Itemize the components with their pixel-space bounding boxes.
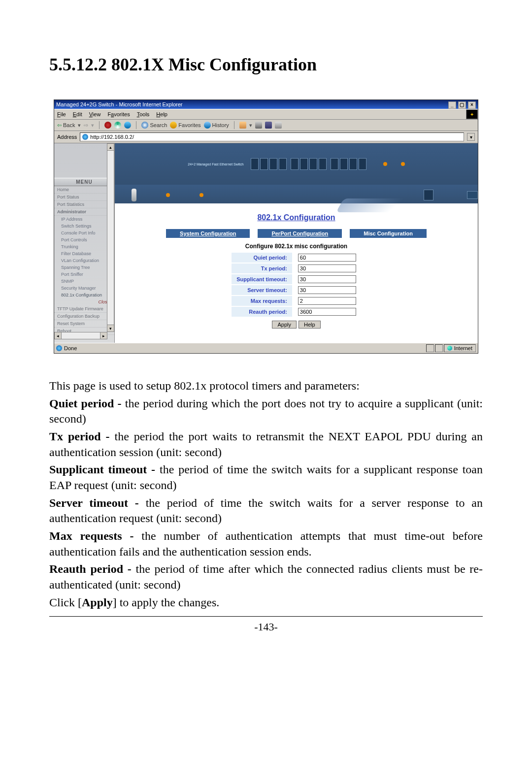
search-button[interactable]: Search [141, 122, 167, 129]
footer-rule [49, 616, 483, 617]
status-zone: Internet [444, 344, 476, 352]
scrollbar-horizontal[interactable] [61, 332, 100, 339]
module-icon [467, 191, 478, 199]
scrollbar-vertical[interactable] [107, 150, 114, 332]
browser-window: Managed 24+2G Switch - Microsoft Interne… [54, 99, 478, 354]
device-banner-lower [115, 185, 478, 203]
tab-system[interactable]: System Configuration [166, 229, 250, 238]
sidebar-sub-switch[interactable]: Switch Settings [54, 223, 114, 230]
back-button[interactable]: ⇦ Back [57, 122, 75, 129]
address-input[interactable]: http://192.168.0.2/ [80, 132, 464, 141]
discuss-icon[interactable] [275, 122, 282, 129]
address-dropdown[interactable]: ▾ [467, 133, 475, 141]
sidebar-sub-vlan[interactable]: VLan Configuration [54, 257, 114, 264]
close-button[interactable]: × [468, 101, 476, 109]
sidebar-item-port-status[interactable]: Port Status [54, 194, 114, 201]
menu-edit[interactable]: Edit [73, 111, 82, 117]
led-icon [166, 193, 170, 197]
scroll-up-icon[interactable]: ▴ [107, 143, 114, 151]
history-button[interactable]: History [204, 122, 229, 129]
sidebar-close[interactable]: Close* [54, 298, 114, 305]
menu-view[interactable]: View [89, 111, 101, 117]
menu-file[interactable]: File [57, 111, 66, 117]
led-icon [200, 193, 203, 197]
input-serv[interactable] [298, 286, 356, 294]
favorites-button[interactable]: Favorites [170, 122, 200, 129]
menu-help[interactable]: Help [156, 111, 167, 117]
page-number: -143- [49, 621, 483, 633]
sidebar-sub-filter[interactable]: Filter Database [54, 250, 114, 257]
input-reauth[interactable] [298, 308, 356, 316]
stop-icon[interactable] [104, 122, 111, 129]
desc-tx-b: Tx period - [49, 430, 115, 443]
menu-bar: File Edit View Favorites Tools Help [54, 110, 170, 118]
scroll-left-icon[interactable]: ◂ [54, 332, 62, 339]
refresh-icon[interactable] [114, 122, 121, 129]
input-quiet[interactable] [298, 254, 356, 262]
desc-supp-b: Supplicant timeout - [49, 463, 160, 476]
label-maxreq: Max requests: [232, 296, 292, 306]
sidebar-sub-portctrl[interactable]: Port Controls [54, 236, 114, 243]
menu-header: MENU [54, 178, 114, 186]
label-serv: Server timeout: [232, 285, 292, 295]
desc-p1: This page is used to setup 802.1x protoc… [49, 378, 483, 394]
scroll-right-icon[interactable]: ▸ [100, 332, 107, 339]
maximize-button[interactable]: ▢ [458, 101, 466, 109]
globe-icon [447, 346, 452, 351]
page-heading: 5.5.12.2 802.1X Misc Configuration [49, 54, 483, 75]
scroll-down-icon[interactable]: ▾ [107, 325, 114, 332]
sidebar: ▴ MENU Home Port Status Port Statistics … [54, 143, 115, 343]
label-supp: Supplicant timeout: [232, 274, 292, 284]
sidebar-sub-console[interactable]: Console Port Info [54, 230, 114, 236]
module-icon [424, 190, 433, 200]
input-maxreq[interactable] [298, 297, 356, 305]
decoration-swoosh [336, 198, 423, 212]
address-label: Address [57, 134, 77, 140]
sidebar-sub-trunking[interactable]: Trunking [54, 243, 114, 250]
help-button[interactable]: Help [299, 321, 321, 329]
address-bar: Address http://192.168.0.2/ ▾ [54, 131, 478, 143]
desc-reauth-b: Reauth period - [49, 562, 136, 575]
sidebar-sub-snmp[interactable]: SNMP [54, 278, 114, 285]
forward-button[interactable]: ⇨ [84, 122, 88, 129]
title-bar: Managed 24+2G Switch - Microsoft Interne… [54, 100, 478, 109]
apply-button[interactable]: Apply [272, 321, 297, 329]
config-subtitle: Configure 802.1x misc configuration [115, 243, 478, 250]
mail-icon[interactable] [239, 122, 246, 129]
sidebar-item-cfgbackup[interactable]: Configuration Backup [54, 313, 114, 320]
home-icon[interactable] [124, 122, 131, 129]
print-icon[interactable] [255, 122, 262, 129]
ie-logo-icon: ✦ [466, 109, 478, 119]
desc-click-c: ] to apply the changes. [113, 596, 220, 609]
input-supp[interactable] [298, 275, 356, 283]
edit-icon[interactable] [265, 122, 272, 129]
desc-click-b: Apply [82, 596, 113, 609]
sidebar-item-tftp[interactable]: TFTP Update Firmware [54, 305, 114, 313]
desc-click-a: Click [ [49, 596, 82, 609]
desc-maxreq-b: Max requests - [49, 529, 141, 542]
input-tx[interactable] [298, 264, 356, 272]
sidebar-item-port-statistics[interactable]: Port Statistics [54, 201, 114, 208]
menu-tools[interactable]: Tools [137, 111, 150, 117]
sidebar-item-home[interactable]: Home [54, 186, 114, 194]
sidebar-sub-sniffer[interactable]: Port Sniffer [54, 271, 114, 278]
label-tx: Tx period: [232, 263, 292, 273]
sidebar-sub-security[interactable]: Security Manager [54, 285, 114, 292]
led-icon [383, 162, 387, 166]
label-reauth: Reauth period: [232, 307, 292, 317]
sidebar-sub-8021x[interactable]: 802.1x Configuration [54, 292, 114, 298]
sidebar-item-administrator[interactable]: Administrator [54, 208, 114, 216]
tab-perport[interactable]: PerPort Configuration [258, 229, 342, 238]
sidebar-sub-ip[interactable]: IP Address [54, 216, 114, 223]
cylinder-icon [132, 189, 136, 201]
tab-row: System Configuration PerPort Configurati… [115, 229, 478, 238]
port-diagram [251, 158, 366, 170]
status-text: Done [64, 345, 77, 351]
sidebar-item-reset[interactable]: Reset System [54, 320, 114, 328]
minimize-button[interactable]: _ [448, 101, 456, 109]
status-slot [426, 344, 434, 352]
menu-favorites[interactable]: Favorites [107, 111, 130, 117]
page-icon [82, 134, 88, 140]
tab-misc[interactable]: Misc Configuration [350, 229, 427, 238]
sidebar-sub-spanning[interactable]: Spanning Tree [54, 264, 114, 271]
